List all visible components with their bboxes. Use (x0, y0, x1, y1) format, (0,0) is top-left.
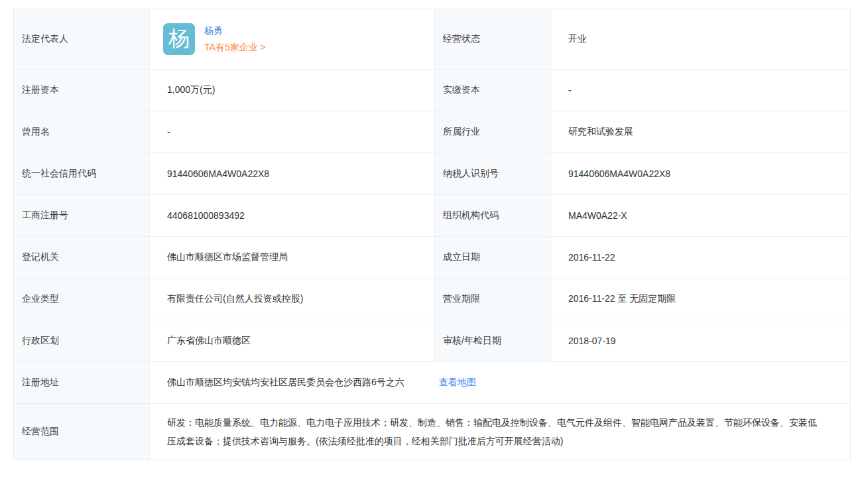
paid-in-capital-value: - (551, 70, 850, 111)
organization-code-value: MA4W0A22-X (551, 195, 850, 236)
business-scope-label: 经营范围 (14, 404, 150, 460)
table-row-registered-capital: 注册资本 1,000万(元) 实缴资本 - (14, 70, 850, 111)
enterprise-type-value: 有限责任公司(自然人投资或控股) (150, 279, 435, 320)
table-row-administrative-division: 行政区划 广东省佛山市顺德区 审核/年检日期 2018-07-19 (14, 320, 850, 362)
administrative-division-label: 行政区划 (14, 320, 150, 361)
industry-value: 研究和试验发展 (551, 111, 850, 153)
former-name-value: - (150, 111, 435, 153)
business-status-label: 经营状态 (435, 9, 551, 69)
registration-authority-value: 佛山市顺德区市场监督管理局 (150, 237, 435, 278)
paid-in-capital-label: 实缴资本 (435, 70, 551, 111)
table-row-registered-address: 注册地址 佛山市顺德区均安镇均安社区居民委员会仓沙西路6号之六 查看地图 (14, 362, 850, 404)
business-scope-value: 研发：电能质量系统、电力能源、电力电子应用技术；研发、制造、销售：输配电及控制设… (167, 404, 842, 460)
company-info-table: 法定代表人 杨 杨勇 TA有5家企业 > 经营状态 开业 注册资本 1,000万… (13, 9, 851, 460)
industry-label: 所属行业 (435, 111, 551, 153)
business-status-value: 开业 (551, 9, 850, 69)
administrative-division-value: 广东省佛山市顺德区 (150, 320, 435, 361)
business-registration-number-label: 工商注册号 (14, 195, 150, 236)
unified-credit-code-label: 统一社会信用代码 (14, 153, 150, 194)
business-registration-number-value: 440681000893492 (150, 195, 435, 236)
establishment-date-value: 2016-11-22 (551, 237, 850, 278)
establishment-date-label: 成立日期 (435, 237, 551, 278)
business-term-label: 营业期限 (435, 279, 551, 320)
registered-address-value: 佛山市顺德区均安镇均安社区居民委员会仓沙西路6号之六 (167, 377, 404, 389)
registered-address-label: 注册地址 (14, 362, 150, 403)
enterprise-type-label: 企业类型 (14, 279, 150, 320)
legal-representative-cell: 杨 杨勇 TA有5家企业 > (150, 9, 435, 69)
registered-capital-value: 1,000万(元) (150, 70, 435, 111)
business-scope-cell: 研发：电能质量系统、电力能源、电力电子应用技术；研发、制造、销售：输配电及控制设… (150, 404, 850, 460)
table-row-legal-representative: 法定代表人 杨 杨勇 TA有5家企业 > 经营状态 开业 (14, 9, 850, 70)
view-map-link[interactable]: 查看地图 (439, 377, 476, 389)
table-row-enterprise-type: 企业类型 有限责任公司(自然人投资或控股) 营业期限 2016-11-22 至 … (14, 279, 850, 320)
table-row-former-name: 曾用名 - 所属行业 研究和试验发展 (14, 111, 850, 153)
former-name-label: 曾用名 (14, 111, 150, 153)
registered-address-cell: 佛山市顺德区均安镇均安社区居民委员会仓沙西路6号之六 查看地图 (150, 362, 850, 403)
representative-avatar[interactable]: 杨 (163, 23, 195, 55)
representative-companies-link[interactable]: TA有5家企业 > (204, 42, 266, 54)
business-term-value: 2016-11-22 至 无固定期限 (551, 279, 850, 320)
table-row-registration-authority: 登记机关 佛山市顺德区市场监督管理局 成立日期 2016-11-22 (14, 237, 850, 279)
table-row-business-scope: 经营范围 研发：电能质量系统、电力能源、电力电子应用技术；研发、制造、销售：输配… (14, 404, 850, 460)
table-row-credit-code: 统一社会信用代码 91440606MA4W0A22X8 纳税人识别号 91440… (14, 153, 850, 195)
representative-info: 杨勇 TA有5家企业 > (204, 25, 266, 54)
registration-authority-label: 登记机关 (14, 237, 150, 278)
taxpayer-id-label: 纳税人识别号 (435, 153, 551, 194)
organization-code-label: 组织机构代码 (435, 195, 551, 236)
table-row-registration-number: 工商注册号 440681000893492 组织机构代码 MA4W0A22-X (14, 195, 850, 237)
annual-inspection-date-label: 审核/年检日期 (435, 320, 551, 361)
taxpayer-id-value: 91440606MA4W0A22X8 (551, 153, 850, 194)
representative-name-link[interactable]: 杨勇 (204, 25, 266, 37)
registered-capital-label: 注册资本 (14, 70, 150, 111)
unified-credit-code-value: 91440606MA4W0A22X8 (150, 153, 435, 194)
legal-representative-label: 法定代表人 (14, 9, 150, 69)
annual-inspection-date-value: 2018-07-19 (551, 320, 850, 361)
